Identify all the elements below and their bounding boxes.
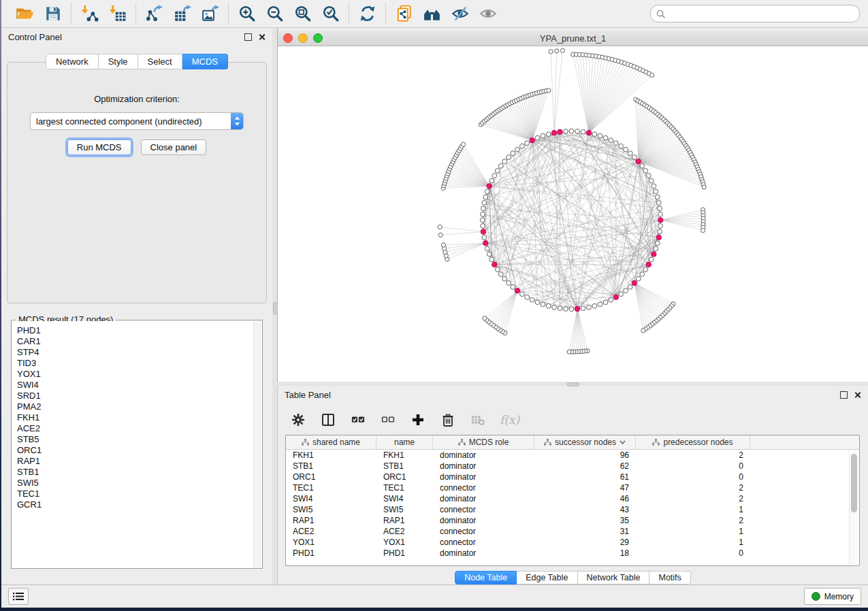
delete-column-button[interactable] <box>440 412 456 428</box>
result-node[interactable]: FKH1 <box>17 412 261 423</box>
mcds-hub-node[interactable] <box>658 218 663 223</box>
create-column-button[interactable] <box>410 412 426 428</box>
tab-mcds[interactable]: MCDS <box>182 54 228 69</box>
mcds-hub-node[interactable] <box>551 130 557 135</box>
graph-node[interactable] <box>535 300 540 305</box>
table-row[interactable]: SWI5SWI5connector431 <box>286 504 859 515</box>
mcds-hub-node[interactable] <box>651 252 656 257</box>
graph-node[interactable] <box>482 235 487 240</box>
graph-node[interactable] <box>546 303 551 308</box>
graph-node[interactable] <box>609 297 613 302</box>
result-node[interactable]: ORC1 <box>17 445 261 456</box>
result-node[interactable]: TEC1 <box>17 489 261 499</box>
graph-node[interactable] <box>598 302 602 307</box>
graph-node[interactable] <box>649 178 654 183</box>
graph-node[interactable] <box>640 164 645 169</box>
graph-node[interactable] <box>480 218 485 222</box>
graph-node[interactable] <box>485 246 489 251</box>
table-row[interactable]: YOX1YOX1connector291 <box>286 537 859 548</box>
table-row[interactable]: RAP1RAP1dominator352 <box>286 515 859 526</box>
graph-node[interactable] <box>495 267 500 272</box>
tab-network-table[interactable]: Network Table <box>578 571 650 584</box>
show-hidden-button[interactable] <box>479 5 497 23</box>
refresh-button[interactable] <box>358 5 376 23</box>
graph-node[interactable] <box>502 276 507 281</box>
table-row[interactable]: ACE2ACE2connector311 <box>286 526 859 537</box>
graph-node[interactable] <box>598 133 602 138</box>
mcds-hub-node[interactable] <box>515 288 520 293</box>
import-network-button[interactable] <box>80 5 99 23</box>
graph-node[interactable] <box>492 174 497 178</box>
table-row[interactable]: SWI4SWI4dominator462 <box>286 493 859 504</box>
graph-node[interactable] <box>567 350 571 354</box>
export-image-button[interactable] <box>201 5 219 23</box>
graph-node[interactable] <box>498 272 503 277</box>
graph-node[interactable] <box>507 281 511 286</box>
zoom-selected-button[interactable] <box>321 5 340 23</box>
graph-node[interactable] <box>569 307 574 312</box>
mcds-hub-node[interactable] <box>530 137 535 143</box>
mcds-hub-node[interactable] <box>487 184 492 189</box>
mcds-hub-node[interactable] <box>481 229 486 235</box>
graph-node[interactable] <box>603 300 608 305</box>
table-options-button[interactable] <box>290 412 306 428</box>
graph-node[interactable] <box>581 129 585 134</box>
graph-node[interactable] <box>592 132 597 137</box>
import-table-button[interactable] <box>108 5 127 23</box>
graph-node[interactable] <box>632 155 637 160</box>
graph-node[interactable] <box>564 307 568 312</box>
graph-node[interactable] <box>438 233 443 237</box>
select-all-button[interactable] <box>350 412 366 428</box>
graph-node[interactable] <box>636 276 641 281</box>
graph-node[interactable] <box>643 168 648 173</box>
graph-node[interactable] <box>515 147 520 152</box>
graph-node[interactable] <box>649 73 654 77</box>
result-node[interactable]: SWI4 <box>17 380 261 391</box>
graph-node[interactable] <box>461 142 465 146</box>
graph-node[interactable] <box>658 212 663 217</box>
run-mcds-button[interactable]: Run MCDS <box>67 139 131 155</box>
network-canvas[interactable] <box>278 46 868 382</box>
graph-node[interactable] <box>609 138 613 143</box>
graph-node[interactable] <box>547 88 551 93</box>
graph-node[interactable] <box>654 189 658 194</box>
mcds-hub-node[interactable] <box>483 241 488 246</box>
tab-edge-table[interactable]: Edge Table <box>517 571 577 584</box>
table-row[interactable]: TEC1TEC1connector472 <box>286 482 859 493</box>
close-panel-icon[interactable] <box>258 33 266 41</box>
graph-node[interactable] <box>530 297 534 302</box>
graph-node[interactable] <box>495 168 500 173</box>
mcds-result-list[interactable]: PHD1CAR1STP4TID3YOX1SWI4SRD1PMA2FKH1ACE2… <box>12 321 261 567</box>
graph-node[interactable] <box>654 246 658 251</box>
graph-node[interactable] <box>655 195 660 199</box>
graph-node[interactable] <box>658 224 663 229</box>
graph-node[interactable] <box>624 147 628 152</box>
mcds-hub-node[interactable] <box>636 159 641 164</box>
result-node[interactable]: CAR1 <box>17 336 261 347</box>
graph-node[interactable] <box>482 201 487 205</box>
graph-node[interactable] <box>546 132 551 137</box>
column-header-successor-nodes[interactable]: successor nodes <box>534 435 636 449</box>
float-panel-icon[interactable] <box>244 33 252 41</box>
open-file-button[interactable] <box>16 5 34 23</box>
mcds-hub-node[interactable] <box>656 235 662 240</box>
tab-network[interactable]: Network <box>46 54 99 69</box>
result-node[interactable]: PHD1 <box>17 325 261 336</box>
hide-selected-button[interactable] <box>451 5 469 23</box>
zoom-in-button[interactable] <box>238 5 256 23</box>
graph-node[interactable] <box>701 229 705 233</box>
graph-node[interactable] <box>655 241 660 246</box>
graph-node[interactable] <box>535 135 540 140</box>
graph-node[interactable] <box>658 229 662 234</box>
graph-node[interactable] <box>569 129 574 133</box>
graph-node[interactable] <box>507 155 511 160</box>
graph-node[interactable] <box>643 267 648 272</box>
result-node[interactable]: RAP1 <box>17 456 261 467</box>
graph-node[interactable] <box>649 257 654 262</box>
result-node[interactable]: TID3 <box>17 358 261 369</box>
close-panel-icon[interactable] <box>854 391 861 399</box>
table-row[interactable]: PHD1PHD1dominator180 <box>286 548 859 559</box>
graph-node[interactable] <box>481 206 485 211</box>
graph-node[interactable] <box>441 243 445 247</box>
tab-style[interactable]: Style <box>99 54 138 69</box>
